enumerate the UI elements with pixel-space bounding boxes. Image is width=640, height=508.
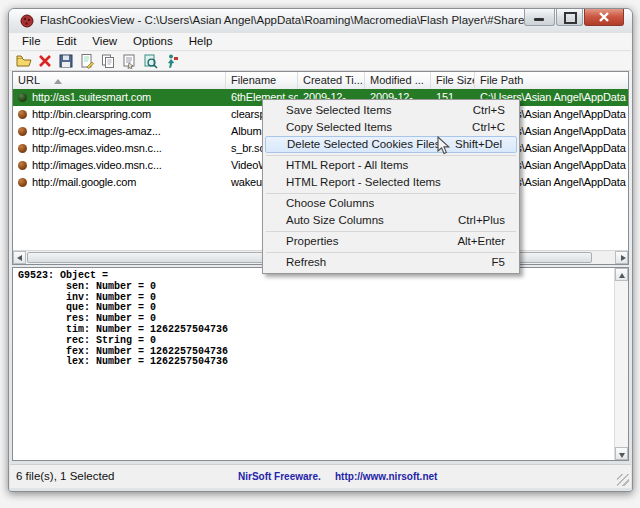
close-button[interactable] (584, 9, 624, 26)
context-menu: Save Selected ItemsCtrl+S Copy Selected … (262, 99, 520, 274)
sort-ascending-icon (54, 79, 62, 84)
scroll-right-icon (621, 255, 626, 261)
nirsoft-link[interactable]: http://www.nirsoft.net (335, 471, 437, 482)
nirsoft-brand: NirSoft Freeware. (238, 471, 321, 482)
cookie-detail-pane: G9523: Object = sen: Number = 0 inv: Num… (12, 267, 629, 461)
menu-item-properties[interactable]: PropertiesAlt+Enter (263, 233, 519, 250)
menu-item-delete-selected-cookies[interactable]: Delete Selected Cookies FilesShift+Del (265, 136, 517, 153)
close-icon (598, 11, 610, 23)
toolbar (10, 52, 631, 71)
scroll-left-button[interactable] (13, 251, 26, 264)
column-header-created[interactable]: Created Ti... (298, 72, 365, 89)
vertical-scrollbar[interactable] (614, 268, 628, 460)
scroll-up-icon (619, 273, 625, 278)
html-report-icon[interactable] (78, 53, 95, 69)
scroll-left-icon (17, 255, 22, 261)
menu-item-html-report-all[interactable]: HTML Report - All Items (263, 157, 519, 174)
column-header-filepath[interactable]: File Path (475, 72, 628, 89)
minimize-button[interactable] (524, 9, 555, 26)
cookie-icon (18, 93, 27, 102)
maximize-button[interactable] (556, 9, 583, 26)
menu-item-save-selected[interactable]: Save Selected ItemsCtrl+S (263, 102, 519, 119)
minimize-icon (534, 18, 544, 21)
scroll-right-button[interactable] (615, 251, 628, 264)
cookie-icon (18, 110, 27, 119)
column-header-url[interactable]: URL (13, 72, 226, 89)
exit-icon[interactable] (162, 53, 179, 69)
status-bar: 6 file(s), 1 Selected NirSoft Freeware. … (10, 464, 631, 488)
menu-item-html-report-selected[interactable]: HTML Report - Selected Items (263, 174, 519, 191)
menu-bar: File Edit View Options Help (10, 33, 631, 51)
open-folder-icon[interactable] (15, 53, 32, 69)
cookie-icon (18, 127, 27, 136)
maximize-icon (564, 12, 577, 24)
find-icon[interactable] (141, 53, 158, 69)
menu-item-copy-selected[interactable]: Copy Selected ItemsCtrl+C (263, 119, 519, 136)
scroll-up-button[interactable] (615, 268, 628, 281)
cookie-detail-text: G9523: Object = sen: Number = 0 inv: Num… (13, 268, 628, 368)
menu-help[interactable]: Help (181, 33, 221, 50)
resize-grip[interactable] (617, 474, 629, 486)
save-selected-icon[interactable] (57, 53, 74, 69)
cookie-icon (18, 178, 27, 187)
window-title: FlashCookiesView - C:\Users\Asian Angel\… (40, 14, 525, 26)
menu-item-choose-columns[interactable]: Choose Columns (263, 195, 519, 212)
app-icon (20, 14, 34, 28)
menu-file[interactable]: File (14, 33, 49, 50)
menu-edit[interactable]: Edit (49, 33, 85, 50)
status-count: 6 file(s), 1 Selected (16, 470, 114, 482)
mouse-cursor-icon (437, 136, 450, 159)
column-header-modified[interactable]: Modified ... (365, 72, 431, 89)
column-header-filename[interactable]: Filename (226, 72, 298, 89)
menu-view[interactable]: View (84, 33, 125, 50)
properties-icon[interactable] (120, 53, 137, 69)
scroll-down-icon (619, 453, 625, 458)
title-bar[interactable]: FlashCookiesView - C:\Users\Asian Angel\… (9, 9, 632, 33)
menu-options[interactable]: Options (125, 33, 181, 50)
menu-item-auto-size-columns[interactable]: Auto Size ColumnsCtrl+Plus (263, 212, 519, 229)
column-header-filesize[interactable]: File Size (431, 72, 475, 89)
window-controls (523, 9, 624, 26)
list-header: URL Filename Created Ti... Modified ... … (13, 72, 628, 90)
screen: FlashCookiesView - C:\Users\Asian Angel\… (0, 0, 640, 508)
scroll-down-button[interactable] (615, 447, 628, 460)
delete-selected-icon[interactable] (36, 53, 53, 69)
cookie-icon (18, 161, 27, 170)
menu-item-refresh[interactable]: RefreshF5 (263, 254, 519, 271)
copy-selected-icon[interactable] (99, 53, 116, 69)
cookie-icon (18, 144, 27, 153)
